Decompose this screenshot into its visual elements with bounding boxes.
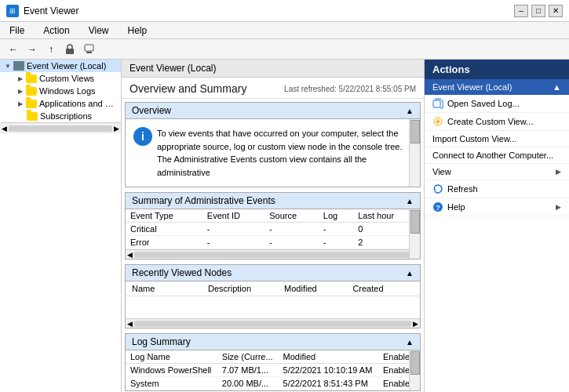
sidebar-item-label: Event Viewer (Local) (27, 61, 106, 71)
action-create-custom-view[interactable]: Create Custom View... (425, 113, 569, 131)
col-name: Name (132, 284, 208, 293)
scrollbar-thumb (410, 351, 420, 375)
toolbar: ← → ↑ (0, 39, 569, 60)
forward-button[interactable]: → (24, 42, 41, 57)
action-label: Create Custom View... (447, 117, 533, 126)
admin-events-horizontal-scrollbar[interactable]: ◀ ▶ (126, 249, 420, 259)
cell-modified: 5/22/2021 10:10:19 AM (279, 364, 378, 377)
actions-subheader-label: Event Viewer (Local) (432, 82, 512, 92)
up-button[interactable]: ↑ (42, 42, 60, 57)
col-description: Description (208, 284, 284, 293)
col-event-type: Event Type (126, 209, 202, 223)
table-row: System 20.00 MB/... 5/22/2021 8:51:43 PM… (126, 377, 420, 390)
action-label: Open Saved Log... (447, 99, 520, 108)
action-help[interactable]: ? Help ▶ (425, 198, 569, 216)
sidebar-item-custom-views[interactable]: ▶ Custom Views (0, 72, 121, 85)
cell-log-name: System (126, 377, 217, 390)
overview-collapse-button[interactable]: ▲ (406, 107, 414, 115)
col-log: Log (319, 209, 353, 223)
lock-icon (65, 44, 75, 54)
log-summary-collapse-button[interactable]: ▲ (406, 338, 414, 347)
page-title: Overview and Summary (129, 82, 246, 95)
scroll-right-button[interactable]: ▶ (114, 125, 119, 132)
sidebar-item-label: Subscriptions (40, 111, 92, 121)
action-refresh[interactable]: Refresh (425, 180, 569, 198)
recently-viewed-collapse-button[interactable]: ▲ (406, 269, 414, 278)
lock-button[interactable] (61, 42, 78, 57)
cell-event-id: - (202, 223, 264, 236)
minimize-button[interactable]: – (514, 5, 528, 17)
window-title: Event Viewer (24, 5, 78, 16)
scroll-right-icon: ▶ (413, 320, 418, 328)
log-summary-section: Log Summary ▲ Log Name Size (Curre... Mo… (125, 333, 421, 391)
sidebar: ▼ Event Viewer (Local) ▶ Custom Views ▶ … (0, 60, 122, 392)
center-content: Overview ▲ i To view events that have oc… (122, 99, 424, 392)
sidebar-item-event-viewer-local[interactable]: ▼ Event Viewer (Local) (0, 60, 121, 72)
overview-vertical-scrollbar[interactable] (409, 119, 420, 187)
cell-event-type: Critical (126, 223, 202, 236)
maximize-button[interactable]: □ (531, 5, 545, 17)
actions-list: Open Saved Log... Create Custom View... … (425, 95, 569, 392)
folder-icon (26, 87, 37, 96)
app-icon: ⊞ (6, 5, 19, 17)
admin-events-vertical-scrollbar[interactable] (409, 209, 420, 259)
overview-title-row: Overview and Summary Last refreshed: 5/2… (122, 78, 424, 99)
close-button[interactable]: ✕ (549, 5, 563, 17)
properties-icon (84, 44, 94, 54)
table-row: Windows PowerShell 7.07 MB/1... 5/22/202… (126, 364, 420, 377)
action-label: Import Custom View... (432, 134, 516, 143)
sidebar-item-label: Windows Logs (39, 86, 96, 96)
col-event-id: Event ID (202, 209, 264, 223)
refresh-icon (432, 183, 443, 194)
log-summary-vertical-scrollbar[interactable] (409, 350, 420, 390)
svg-rect-3 (433, 100, 440, 107)
admin-events-header: Summary of Administrative Events ▲ (126, 193, 420, 209)
menu-file[interactable]: File (6, 24, 27, 38)
scroll-left-icon: ◀ (127, 251, 133, 259)
window-controls[interactable]: – □ ✕ (514, 5, 563, 17)
col-source: Source (264, 209, 319, 223)
sidebar-item-windows-logs[interactable]: ▶ Windows Logs (0, 85, 121, 97)
action-connect-computer[interactable]: Connect to Another Computer... (425, 147, 569, 164)
folder-icon (27, 112, 38, 121)
overview-section-body: i To view events that have occurred on y… (126, 119, 420, 187)
menu-view[interactable]: View (86, 24, 112, 38)
submenu-arrow-icon: ▶ (556, 168, 561, 176)
sidebar-item-subscriptions[interactable]: Subscriptions (0, 110, 121, 122)
title-bar: ⊞ Event Viewer – □ ✕ (0, 0, 569, 22)
scrollbar-thumb (410, 210, 420, 234)
scrollbar-track (134, 252, 411, 258)
recently-viewed-section: Recently Viewed Nodes ▲ Name Description… (125, 264, 421, 328)
admin-events-collapse-button[interactable]: ▲ (406, 197, 414, 205)
svg-rect-2 (86, 52, 92, 53)
cell-source: - (264, 223, 319, 236)
sidebar-horizontal-scrollbar[interactable]: ◀ ▶ (0, 122, 121, 133)
sidebar-item-label: Applications and Services Log (39, 99, 118, 108)
back-button[interactable]: ← (5, 42, 22, 57)
properties-button[interactable] (80, 42, 97, 57)
cell-modified: 5/22/2021 8:51:43 PM (279, 377, 378, 390)
cell-event-type: Error (126, 236, 202, 249)
cell-source: - (264, 236, 319, 249)
recently-viewed-horizontal-scrollbar[interactable]: ◀ ▶ (126, 318, 420, 328)
spacer-icon (16, 111, 25, 121)
action-view[interactable]: View ▶ (425, 164, 569, 180)
folder-icon (26, 74, 37, 83)
action-open-saved-log[interactable]: Open Saved Log... (425, 95, 569, 113)
menu-action[interactable]: Action (40, 24, 72, 38)
col-log-name: Log Name (126, 350, 217, 364)
expand-arrow-icon: ▶ (16, 99, 25, 108)
help-icon: ? (432, 201, 443, 212)
sidebar-item-app-services[interactable]: ▶ Applications and Services Log (0, 97, 121, 110)
scrollbar-track (134, 321, 411, 327)
action-import-custom-view[interactable]: Import Custom View... (425, 131, 569, 147)
cell-log: - (319, 236, 353, 249)
menu-help[interactable]: Help (125, 24, 151, 38)
last-refreshed-label: Last refreshed: 5/22/2021 8:55:05 PM (284, 85, 416, 93)
admin-events-title: Summary of Administrative Events (132, 195, 275, 206)
scroll-left-button[interactable]: ◀ (2, 125, 7, 132)
create-icon (432, 116, 443, 127)
center-panel: Event Viewer (Local) Overview and Summar… (122, 60, 424, 392)
log-summary-body: Log Name Size (Curre... Modified Enabled… (126, 350, 420, 390)
title-bar-left: ⊞ Event Viewer (6, 5, 78, 17)
